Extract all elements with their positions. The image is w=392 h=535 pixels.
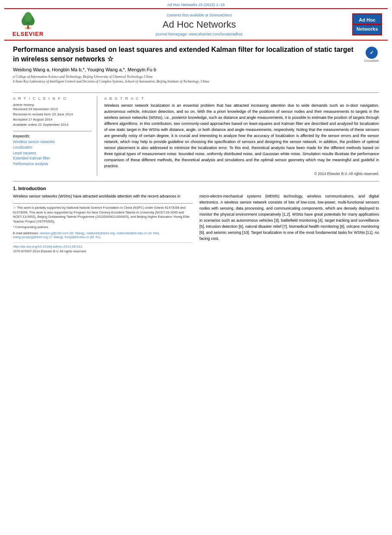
keywords-block: Keywords: Wireless sensor networks Local… xyxy=(13,134,92,167)
history-label: Article history: xyxy=(13,103,92,107)
crossmark-label: CrossMark xyxy=(364,59,379,62)
article-title: Performance analysis based on least squa… xyxy=(13,45,360,64)
license-text: 1570-8705/© 2014 Elsevier B.V. All right… xyxy=(13,249,193,253)
svg-rect-6 xyxy=(26,25,30,25)
footnote-box: ☆ This work is partially supported by Na… xyxy=(13,203,193,239)
date-online: Available online 22 September 2014 xyxy=(13,122,92,127)
date-revised: Received in revised form 23 June 2014 xyxy=(13,112,92,117)
intro-text-right: micro-electro-mechanical systems (MEMS) … xyxy=(200,194,379,242)
journal-logo-right: Ad Hoc Networks xyxy=(351,12,383,37)
article-history: Article history: Received 29 November 20… xyxy=(13,103,92,127)
article-info-col: A R T I C L E I N F O Article history: R… xyxy=(13,96,97,176)
section-title: 1. Introduction xyxy=(13,186,379,191)
date-received: Received 29 November 2013 xyxy=(13,107,92,112)
date-accepted: Accepted 17 August 2014 xyxy=(13,117,92,122)
intro-right: micro-electro-mechanical systems (MEMS) … xyxy=(200,194,379,253)
crossmark-circle: ✓ xyxy=(366,47,378,59)
affiliations: a College of Information Science and Tec… xyxy=(13,74,360,84)
journal-title: Ad Hoc Networks xyxy=(52,19,347,30)
intro-text-left: Wireless sensor networks (WSNs) have att… xyxy=(13,194,193,200)
footnote-corresponding: * Corresponding authors. xyxy=(13,225,193,230)
journal-header: ELSEVIER Contents lists available at Sci… xyxy=(4,8,388,41)
introduction-section: 1. Introduction Wireless sensor networks… xyxy=(13,186,379,253)
logo-line2: Networks xyxy=(357,26,378,32)
article-container: Performance analysis based on least squa… xyxy=(0,41,392,262)
article-title-section: Performance analysis based on least squa… xyxy=(13,45,379,87)
footnote-star: ☆ This work is partially supported by Na… xyxy=(13,206,193,224)
keyword-1[interactable]: Localization xyxy=(13,145,92,150)
intro-left: Wireless sensor networks (WSNs) have att… xyxy=(13,194,193,253)
elsevier-logo: ELSEVIER xyxy=(9,12,48,37)
intro-two-col: Wireless sensor networks (WSNs) have att… xyxy=(13,194,379,253)
abstract-col: A B S T R A C T Wireless sensor network … xyxy=(104,96,379,176)
article-title-text: Performance analysis based on least squa… xyxy=(13,45,360,84)
crossmark-badge[interactable]: ✓ CrossMark xyxy=(364,47,379,62)
article-info-abstract: A R T I C L E I N F O Article history: R… xyxy=(13,92,379,176)
bottom-links: http://dx.doi.org/10.1016/j.adhoc.2014.0… xyxy=(13,242,193,253)
contents-line: Contents lists available at ScienceDirec… xyxy=(52,13,347,17)
keyword-2[interactable]: Least squares xyxy=(13,150,92,156)
authors-line: Weidong Wang a, Hongbin Ma b,*, Youqing … xyxy=(13,67,360,72)
logo-line1: Ad Hoc xyxy=(357,17,378,23)
svg-point-5 xyxy=(24,12,32,22)
keywords-label: Keywords: xyxy=(13,134,92,138)
citation-text: Ad Hoc Networks 25 (2015) 1–15 xyxy=(167,3,225,7)
elsevier-tree-icon xyxy=(17,12,39,30)
article-info-header: A R T I C L E I N F O xyxy=(13,96,92,101)
divider xyxy=(13,131,92,131)
journal-homepage: journal homepage: www.elsevier.com/locat… xyxy=(52,32,347,36)
doi-link[interactable]: http://dx.doi.org/10.1016/j.adhoc.2014.0… xyxy=(13,245,193,248)
journal-logo-box: Ad Hoc Networks xyxy=(352,13,382,36)
keyword-4[interactable]: Performance analysis xyxy=(13,161,92,167)
elsevier-label: ELSEVIER xyxy=(13,31,44,37)
journal-citation: Ad Hoc Networks 25 (2015) 1–15 xyxy=(0,0,392,8)
keyword-0[interactable]: Wireless sensor networks xyxy=(13,139,92,145)
copyright-line: © 2014 Elsevier B.V. All rights reserved… xyxy=(104,172,379,176)
keyword-3[interactable]: Extended Kalman filter xyxy=(13,156,92,161)
abstract-text: Wireless sensor network localization is … xyxy=(104,103,379,169)
footnote-emails: E-mail addresses: weidon.g@163.com (W. W… xyxy=(13,231,193,239)
journal-center: Contents lists available at ScienceDirec… xyxy=(48,12,351,37)
bottom-divider xyxy=(13,181,379,182)
abstract-header: A B S T R A C T xyxy=(104,96,379,101)
